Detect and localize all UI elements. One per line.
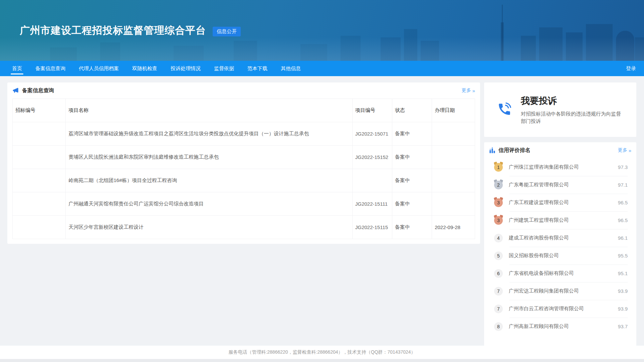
rank-medal-badge: 3: [494, 198, 503, 207]
cell-bid-no: [13, 122, 66, 146]
company-name: 广州市白云工程咨询管理有限公司: [509, 306, 584, 312]
company-name: 建成工程咨询股份有限公司: [509, 235, 569, 241]
ranking-item[interactable]: 6 广东省机电设备招标有限公司 95.1: [494, 264, 628, 282]
cell-bid-no: [13, 169, 66, 192]
table-row: 荔湾区城市管理基础设施升级改造工程项目之荔湾区生活垃圾分类投放点优化提升项目（一…: [13, 122, 475, 146]
complaint-title: 我要投诉: [521, 95, 625, 107]
rank-number-badge: 7: [494, 287, 503, 296]
credit-score: 96.5: [618, 217, 628, 223]
rank-number-badge: 5: [494, 251, 503, 260]
credit-score: 97.1: [618, 182, 628, 188]
megaphone-icon: [12, 87, 19, 94]
company-name: 广东省机电设备招标有限公司: [509, 270, 574, 277]
cell-status: 备案中: [392, 216, 432, 239]
credit-score: 95.1: [618, 270, 628, 276]
company-name: 广州高新工程顾问有限公司: [509, 323, 569, 330]
ranking-item[interactable]: 7 广州宏达工程顾问集团有限公司 93.9: [494, 282, 628, 300]
cell-status: 备案中: [392, 146, 432, 169]
col-header-date: 办理日期: [432, 99, 475, 122]
rank-number-badge: 7: [494, 305, 503, 313]
col-header-status: 状态: [392, 99, 432, 122]
login-link[interactable]: 登录: [626, 65, 636, 72]
ranking-panel-title: 信用评价排名: [498, 147, 530, 154]
nav-item-agent-credit[interactable]: 代理人员信用档案: [74, 61, 124, 76]
company-name: 广州珠江监理咨询集团有限公司: [509, 164, 579, 170]
main-content: 备案信息查询 更多 » 招标编号 项目名称 项目编号 状态 办理日期: [0, 76, 644, 346]
cell-project-name[interactable]: 荔湾区城市管理基础设施升级改造工程项目之荔湾区生活垃圾分类投放点优化提升项目（一…: [66, 122, 353, 146]
rank-number-badge: 6: [494, 269, 503, 278]
cell-date: [432, 122, 475, 146]
rank-number-badge: 8: [494, 322, 503, 331]
col-header-project-no: 项目编号: [352, 99, 392, 122]
complaint-card[interactable]: 我要投诉 对招投标活动中各阶段的违法违规行为向监督部门投诉: [484, 82, 636, 137]
record-table: 招标编号 项目名称 项目编号 状态 办理日期 荔湾区城市管理基础设施升级改造工程…: [12, 99, 475, 239]
ranking-item[interactable]: 4 建成工程咨询股份有限公司 96.1: [494, 229, 628, 247]
nav-items: 首页 备案信息查询 代理人员信用档案 双随机检查 投诉处理情况 监督依据 范本下…: [7, 61, 309, 76]
company-name: 广州建筑工程监理有限公司: [509, 217, 569, 223]
ranking-panel-header: 信用评价排名 更多 »: [484, 142, 636, 158]
page-title: 广州市建设工程招投标监督管理综合平台: [20, 24, 206, 37]
rank-number-badge: 4: [494, 234, 503, 242]
col-header-project-name: 项目名称: [66, 99, 353, 122]
ranking-more-link[interactable]: 更多 »: [618, 147, 631, 153]
credit-score: 96.5: [618, 200, 628, 205]
table-row: 黄埔区人民法院长洲法庭和东院区审判法庭维修改造工程施工总承包 JG2022-15…: [13, 146, 475, 169]
company-name: 广东工程建设监理有限公司: [509, 199, 569, 206]
cell-project-name[interactable]: 岭南苑二期（北组团16#栋）项目全过程工程咨询: [66, 169, 353, 192]
nav-item-home[interactable]: 首页: [7, 61, 27, 76]
complaint-description: 对招投标活动中各阶段的违法违规行为向监督部门投诉: [521, 110, 625, 125]
nav-item-template-download[interactable]: 范本下载: [243, 61, 272, 76]
rank-medal-badge: 3: [494, 216, 503, 225]
footer-contact-text: 服务电话（管理科:28866220，监督检查科:28866204），技术支持（Q…: [228, 349, 415, 355]
ranking-item[interactable]: 7 广州市白云工程咨询管理有限公司 93.9: [494, 300, 628, 318]
cell-project-no: JG2022-15115: [352, 216, 392, 239]
bottom-strip: [0, 359, 644, 362]
nav-item-other-info[interactable]: 其他信息: [276, 61, 305, 76]
bar-chart-icon: [489, 147, 495, 154]
header-banner: 广州市建设工程招投标监督管理综合平台 信息公开: [0, 0, 644, 61]
record-more-link[interactable]: 更多 »: [462, 87, 475, 94]
ranking-item[interactable]: 8 广州高新工程顾问有限公司 93.7: [494, 318, 628, 335]
company-name: 广州宏达工程顾问集团有限公司: [509, 288, 579, 294]
nav-item-record-query[interactable]: 备案信息查询: [31, 61, 70, 76]
company-name: 广东粤能工程管理有限公司: [509, 182, 569, 188]
credit-score: 93.9: [618, 306, 628, 312]
complaint-card-text: 我要投诉 对招投标活动中各阶段的违法违规行为向监督部门投诉: [521, 95, 625, 125]
double-chevron-right-icon: »: [629, 148, 631, 153]
cell-status: 备案中: [392, 122, 432, 146]
cell-status: 备案中: [392, 169, 432, 192]
credit-score: 95.5: [618, 253, 628, 258]
ranking-item[interactable]: 1 广州珠江监理咨询集团有限公司 97.3: [494, 158, 628, 176]
ranking-item[interactable]: 3 广东工程建设监理有限公司 96.5: [494, 194, 628, 211]
nav-item-supervision-basis[interactable]: 监督依据: [209, 61, 239, 76]
table-row: 岭南苑二期（北组团16#栋）项目全过程工程咨询 备案中: [13, 169, 475, 192]
company-name: 国义招标股份有限公司: [509, 252, 559, 259]
cell-project-no: [352, 169, 392, 192]
double-chevron-right-icon: »: [472, 88, 475, 94]
credit-score: 93.9: [618, 288, 628, 294]
nav-item-random-check[interactable]: 双随机检查: [128, 61, 162, 76]
ranking-item[interactable]: 3 广州建筑工程监理有限公司 96.5: [494, 211, 628, 229]
cell-date: 2022-09-28: [432, 216, 475, 239]
table-row: 广州融通天河宾馆有限责任公司广运宾馆分公司综合改造项目 JG2022-15111…: [13, 192, 475, 216]
credit-ranking-panel: 信用评价排名 更多 » 1 广州珠江监理咨询集团有限公司 97.3 2 广东粤能…: [484, 142, 636, 346]
nav-item-complaint-status[interactable]: 投诉处理情况: [166, 61, 205, 76]
info-public-badge[interactable]: 信息公开: [213, 27, 241, 36]
ranking-item[interactable]: 2 广东粤能工程管理有限公司 97.1: [494, 176, 628, 194]
cell-project-no: JG2022-15111: [352, 192, 392, 216]
credit-score: 97.3: [618, 164, 628, 170]
record-table-header-row: 招标编号 项目名称 项目编号 状态 办理日期: [13, 99, 475, 122]
cell-status: 备案中: [392, 192, 432, 216]
record-panel-header: 备案信息查询 更多 »: [7, 82, 480, 99]
cell-project-name[interactable]: 广州融通天河宾馆有限责任公司广运宾馆分公司综合改造项目: [66, 192, 353, 216]
cell-bid-no: [13, 216, 66, 239]
cell-bid-no: [13, 192, 66, 216]
cell-project-name[interactable]: 黄埔区人民法院长洲法庭和东院区审判法庭维修改造工程施工总承包: [66, 146, 353, 169]
col-header-bid-no: 招标编号: [13, 99, 66, 122]
rank-medal-badge: 1: [494, 163, 503, 172]
ranking-item[interactable]: 5 国义招标股份有限公司 95.5: [494, 247, 628, 264]
cell-date: [432, 146, 475, 169]
table-row: 天河区少年宫新校区建设工程设计 JG2022-15115 备案中 2022-09…: [13, 216, 475, 239]
cell-project-name[interactable]: 天河区少年宫新校区建设工程设计: [66, 216, 353, 239]
cell-project-no: JG2022-15152: [352, 146, 392, 169]
